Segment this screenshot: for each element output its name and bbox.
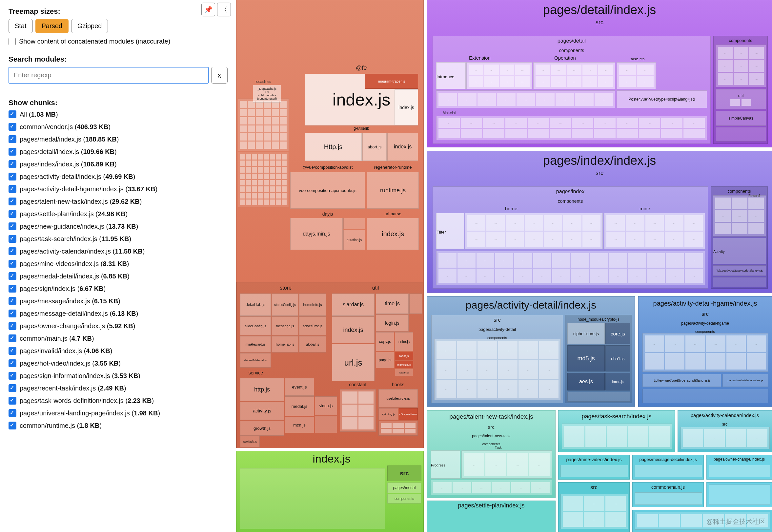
v-rawtask[interactable]: rawTask.js <box>240 436 260 447</box>
chunk-checkbox[interactable] <box>9 160 16 168</box>
ad-aes[interactable]: aes.js <box>567 373 605 390</box>
vendor-dayjs-sm[interactable] <box>343 218 365 229</box>
i-row2[interactable]: ………………………………………………………………………… <box>436 251 705 285</box>
v-mcn[interactable]: mcn.js <box>285 417 314 433</box>
chunk-checkbox[interactable] <box>9 285 16 293</box>
chunk-checkbox[interactable] <box>9 260 16 268</box>
chunk-checkbox[interactable] <box>9 334 16 342</box>
v-logger[interactable]: logger.js <box>395 369 413 376</box>
chunk-checkbox[interactable] <box>9 297 16 305</box>
chunk-row[interactable]: pages/recent-task/index.js (2.49 KB) <box>9 384 228 392</box>
treemap-tasksearch[interactable]: pages/task-search/index.js …………… <box>558 410 675 452</box>
v-sprite[interactable]: spriteImg.js <box>378 408 398 420</box>
i-home[interactable]: …………………………………… <box>465 213 603 249</box>
v-statuscfg[interactable]: statusConfig.js <box>272 294 299 316</box>
d-basic[interactable]: ………… <box>617 62 656 89</box>
v-http[interactable]: http.js <box>240 378 284 401</box>
chunk-row[interactable]: pages/new-guidance/index.js (13.73 KB) <box>9 222 228 230</box>
vendor-duration[interactable]: duration.js <box>343 230 365 250</box>
concat-checkbox[interactable] <box>9 38 16 45</box>
medal-body[interactable] <box>240 468 385 529</box>
d-introduce[interactable]: Introduce <box>436 62 466 89</box>
misc1-body[interactable] <box>709 485 770 505</box>
chunk-checkbox[interactable] <box>9 185 16 193</box>
vendor-lodash-grid2[interactable] <box>238 152 289 207</box>
treemap-vendor[interactable]: @fe index.js g-utils/lib Http.js abort.j… <box>236 0 424 448</box>
t-row2[interactable]: ……………… <box>431 480 552 495</box>
hg-comp[interactable]: ……………………………… <box>643 333 768 372</box>
search-input[interactable] <box>9 67 209 84</box>
chunk-checkbox[interactable] <box>9 198 16 205</box>
chunk-checkbox[interactable] <box>9 148 16 156</box>
v-slardar[interactable]: slardar.js <box>332 294 375 316</box>
treemap-commonmain[interactable]: common/main.js <box>632 482 704 507</box>
i-filter[interactable]: Filter <box>436 213 464 249</box>
chunk-row[interactable]: pages/mine-videos/index.js (8.31 KB) <box>9 260 228 268</box>
ad-sha1[interactable]: sha1.js <box>606 345 630 371</box>
medal-comp[interactable]: components <box>387 494 421 503</box>
chunk-row[interactable]: pages/message/index.js (6.15 KB) <box>9 297 228 305</box>
v-slidecfg[interactable]: slideConfig.js <box>240 316 271 335</box>
size-parsed-button[interactable]: Parsed <box>35 19 68 33</box>
ad-hmac[interactable]: hmac.js <box>606 373 630 390</box>
v-login[interactable]: login.js <box>376 314 409 332</box>
v-servertime[interactable]: serverTime.js <box>299 316 326 335</box>
d-utilside[interactable]: util <box>716 89 766 109</box>
vendor-src[interactable]: store util detailTab.js statusConfig.js … <box>237 282 424 448</box>
hg-row3[interactable] <box>643 389 768 403</box>
chunk-row[interactable]: All (1.03 MB) <box>9 110 228 118</box>
v-svc-small[interactable] <box>315 416 337 433</box>
d-row3[interactable]: ……………………………………………………………… <box>436 116 707 140</box>
treemap-misc1[interactable] <box>706 482 772 507</box>
vendor-dayjsmin[interactable]: dayjs.min.js <box>290 218 343 250</box>
treemap-settleplan-src[interactable]: src ……………… <box>558 482 630 532</box>
chunk-row[interactable]: common/vendor.js (406.93 KB) <box>9 123 228 131</box>
treemap-ownerchg[interactable]: pages/owner-change/index.js <box>706 455 772 480</box>
chunk-row[interactable]: pages/task-search/index.js (11.95 KB) <box>9 235 228 243</box>
oc-body[interactable] <box>709 465 770 477</box>
chunk-row[interactable]: pages/medal-detail/index.js (6.85 KB) <box>9 272 228 280</box>
chunk-row[interactable]: pages/message-detail/index.js (6.13 KB) <box>9 310 228 317</box>
chunk-row[interactable]: pages/activity-detail-hgame/index.js (33… <box>9 185 228 193</box>
chunk-checkbox[interactable] <box>9 347 16 355</box>
chunk-checkbox[interactable] <box>9 422 16 429</box>
collapse-button[interactable]: 〈 <box>217 3 231 16</box>
d-simplecanvas[interactable]: simpleCanvas <box>716 111 766 126</box>
vendor-runtime[interactable]: runtime.js <box>367 172 419 209</box>
v-defmat[interactable]: defaultMaterial.js <box>240 353 271 368</box>
size-gzipped-button[interactable]: Gzipped <box>71 19 108 33</box>
ad-md5[interactable]: md5.js <box>567 345 605 371</box>
v-url[interactable]: url.js <box>332 344 375 381</box>
chunk-checkbox[interactable] <box>9 272 16 280</box>
md-body[interactable] <box>635 465 702 477</box>
treemap-actdetail[interactable]: pages/activity-detail/index.js src pages… <box>427 296 635 407</box>
v-detailtab[interactable]: detailTab.js <box>240 294 271 316</box>
v-medalsvc[interactable]: medal.js <box>285 396 314 416</box>
treemap-medal[interactable]: index.js src pages/medal components <box>236 451 424 532</box>
chunk-row[interactable]: pages/settle-plan/index.js (24.98 KB) <box>9 210 228 218</box>
i-mine[interactable]: ………………………… <box>604 213 705 249</box>
chunk-checkbox[interactable] <box>9 409 16 417</box>
chunk-checkbox[interactable] <box>9 123 16 131</box>
treemap-actcal[interactable]: pages/activity-calendar/index.js src ………… <box>678 410 772 452</box>
size-stat-button[interactable]: Stat <box>9 19 33 33</box>
search-clear-button[interactable]: x <box>211 67 228 84</box>
i-tabvue[interactable]: Tab.vue?vue&type=script&lang=js& <box>713 265 766 276</box>
v-minreward[interactable]: minReward.js <box>240 336 271 352</box>
chunk-checkbox[interactable] <box>9 384 16 392</box>
vendor-mapcache[interactable]: _MapCache.js + 9 × 14 modules (concatena… <box>253 85 281 103</box>
chunk-checkbox[interactable] <box>9 173 16 181</box>
treemap-msgdetail[interactable]: pages/message-detail/index.js <box>632 455 704 480</box>
medal-path[interactable]: pages/medal <box>387 483 421 493</box>
chunk-row[interactable]: pages/task-words-definition/index.js (2.… <box>9 397 228 405</box>
v-copy[interactable]: copy.js <box>376 332 394 351</box>
ad-comp[interactable]: ……………………………………………… <box>434 339 561 400</box>
v-growth[interactable]: growth.js <box>240 421 284 436</box>
d-compside[interactable]: ……………………… <box>716 45 766 87</box>
treemap-minevid[interactable]: pages/mine-videos/index.js <box>558 455 630 480</box>
treemap-detail[interactable]: pages/detail/index.js src pages/detail c… <box>427 0 772 147</box>
v-constant[interactable] <box>340 389 376 432</box>
v-hooks-grid[interactable] <box>378 421 418 436</box>
vendor-idx1[interactable]: index.js <box>395 89 418 125</box>
chunk-row[interactable]: pages/index/index.js (106.89 KB) <box>9 160 228 168</box>
